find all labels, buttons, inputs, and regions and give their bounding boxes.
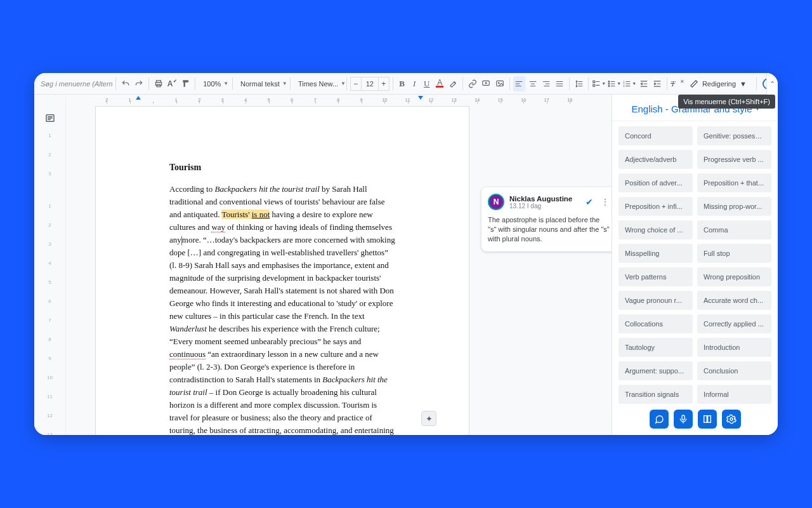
- align-justify-button[interactable]: [554, 76, 566, 91]
- settings-button[interactable]: [722, 410, 741, 429]
- numbered-list-button[interactable]: 123▼: [622, 76, 636, 91]
- edit-mode-dropdown[interactable]: Redigering ▼: [686, 79, 750, 88]
- chat-button[interactable]: [650, 410, 669, 429]
- insert-link-button[interactable]: [466, 76, 478, 91]
- vruler-mark: 9: [48, 356, 51, 361]
- chip[interactable]: Introduction: [697, 338, 771, 357]
- left-gutter: 1231234567891011121314151617181920: [34, 95, 66, 435]
- chip[interactable]: Accurate word ch...: [697, 291, 771, 310]
- vruler-mark: 5: [48, 279, 51, 285]
- separator: [290, 77, 291, 90]
- chip[interactable]: Verb patterns: [619, 267, 693, 286]
- chip[interactable]: Wrong preposition: [697, 267, 771, 286]
- clear-formatting-button[interactable]: T✕: [671, 76, 684, 91]
- spellcheck-button[interactable]: A✔: [166, 76, 178, 91]
- zoom-dropdown[interactable]: 100%▼: [199, 76, 229, 91]
- svg-point-31: [608, 85, 610, 86]
- ruler-mark: 16: [512, 98, 535, 102]
- chevron-down-icon: ▼: [223, 81, 228, 86]
- paragraph-style-dropdown[interactable]: Normal tekst▼: [236, 76, 287, 91]
- vruler-mark: 3: [48, 241, 51, 247]
- chip[interactable]: Tautology: [619, 338, 693, 357]
- insert-comment-button[interactable]: [480, 76, 492, 91]
- separator: [393, 77, 393, 90]
- doc-area: 21123456789101112131415161718 Tourism Ac…: [66, 95, 612, 435]
- indent-decrease-button[interactable]: [638, 76, 650, 91]
- font-size-increase[interactable]: +: [378, 77, 390, 91]
- svg-rect-51: [704, 416, 707, 423]
- separator: [569, 77, 570, 90]
- chip[interactable]: Missing prop-wor...: [697, 197, 771, 216]
- explore-button[interactable]: ✦: [421, 411, 436, 426]
- separator: [509, 77, 510, 90]
- align-left-button[interactable]: [513, 76, 525, 91]
- chip[interactable]: Concord: [619, 126, 693, 145]
- text-color-button[interactable]: A: [434, 76, 446, 91]
- chip[interactable]: Comma: [697, 220, 771, 239]
- chip[interactable]: Adjective/adverb: [619, 150, 693, 169]
- chip[interactable]: Conclusion: [697, 361, 771, 380]
- comment-card[interactable]: N Nicklas Augustine 13.12 I dag ✔ ⋮ The …: [481, 187, 612, 251]
- font-size-control: − 12 +: [350, 77, 390, 91]
- chip[interactable]: Misspelling: [619, 244, 693, 263]
- document-page[interactable]: Tourism According to Backpackers hit the…: [95, 106, 469, 435]
- checklist-button[interactable]: ▼: [592, 76, 606, 91]
- align-right-button[interactable]: [540, 76, 552, 91]
- outline-toggle[interactable]: [44, 112, 57, 125]
- print-button[interactable]: [152, 76, 164, 91]
- chip[interactable]: Preposition + infi...: [619, 197, 693, 216]
- svg-text:3: 3: [623, 84, 625, 87]
- font-size-decrease[interactable]: −: [350, 77, 362, 91]
- italic-button[interactable]: I: [409, 76, 420, 91]
- chip[interactable]: Progressive verb ...: [697, 150, 771, 169]
- chip[interactable]: Correctly applied ...: [697, 314, 771, 333]
- menu-search[interactable]: Søg i menuerne (Alternativ+/): [38, 80, 112, 88]
- redo-button[interactable]: [133, 76, 145, 91]
- vruler-mark: 2: [48, 152, 51, 157]
- undo-button[interactable]: [119, 76, 131, 91]
- line-spacing-button[interactable]: [573, 76, 585, 91]
- chip[interactable]: Collocations: [619, 314, 693, 333]
- chip[interactable]: Position of adver...: [619, 173, 693, 192]
- vruler-mark: 1: [48, 133, 51, 138]
- separator: [756, 77, 757, 90]
- paint-format-button[interactable]: [180, 76, 192, 91]
- comment-time: 13.12 I dag: [509, 203, 572, 210]
- ruler-mark: 11: [396, 98, 420, 102]
- font-family-dropdown[interactable]: Times New...▼: [294, 76, 343, 91]
- chip[interactable]: Full stop: [697, 244, 771, 263]
- resolve-comment-button[interactable]: ✔: [586, 197, 593, 207]
- hide-menus-button[interactable]: ⌃: [766, 73, 778, 95]
- chip[interactable]: Preposition + that...: [697, 173, 771, 192]
- svg-point-29: [608, 83, 610, 84]
- indent-increase-button[interactable]: [652, 76, 664, 91]
- separator: [148, 77, 149, 90]
- svg-rect-23: [593, 81, 595, 83]
- mic-button[interactable]: [674, 410, 693, 429]
- highlight-button[interactable]: [447, 76, 459, 91]
- font-size-value[interactable]: 12: [362, 77, 378, 91]
- chip[interactable]: Transition signals: [619, 385, 693, 404]
- chip[interactable]: Argument: suppo...: [619, 361, 693, 380]
- chip[interactable]: Vague pronoun r...: [619, 291, 693, 310]
- svg-rect-2: [157, 84, 160, 87]
- align-center-button[interactable]: [527, 76, 539, 91]
- doc-body[interactable]: According to Backpackers hit the tourist…: [169, 183, 395, 435]
- ruler-mark: 6: [280, 98, 304, 102]
- ruler-mark: 17: [535, 98, 559, 102]
- vruler-mark: 12: [47, 413, 53, 418]
- insert-image-button[interactable]: [494, 76, 506, 91]
- bold-button[interactable]: B: [396, 76, 408, 91]
- separator: [232, 77, 233, 90]
- chip[interactable]: Wrong choice of ...: [619, 220, 693, 239]
- ruler-mark: 9: [350, 98, 374, 102]
- underline-button[interactable]: U: [421, 76, 433, 91]
- chip[interactable]: Genitive: possessive...: [697, 126, 771, 145]
- columns-button[interactable]: [698, 410, 717, 429]
- chip[interactable]: Informal: [697, 385, 771, 404]
- comment-menu-button[interactable]: ⋮: [601, 199, 610, 205]
- workspace: 1231234567891011121314151617181920 21123…: [34, 95, 778, 435]
- horizontal-ruler: 21123456789101112131415161718: [66, 95, 612, 102]
- bullet-list-button[interactable]: ▼: [607, 76, 621, 91]
- ruler-mark: 1: [119, 98, 142, 102]
